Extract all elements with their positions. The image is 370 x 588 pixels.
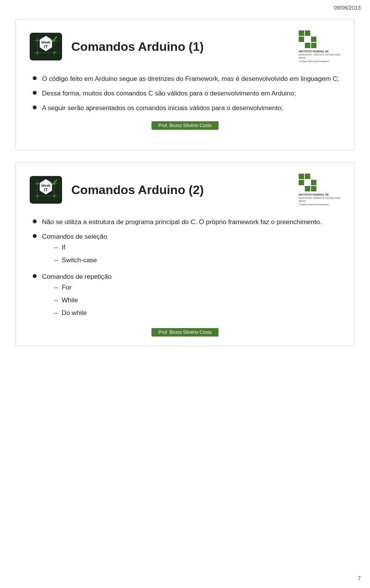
sub-bullet-for: – For <box>42 282 340 293</box>
sub-dash: – <box>54 242 58 253</box>
logo-grid-1 <box>299 30 316 48</box>
page-number: 7 <box>358 575 361 581</box>
slide-1-bullet-3: A seguir serão apresentados os comandos … <box>30 103 340 114</box>
slide-1: Week IT Comandos Arduino (1) <box>15 19 355 150</box>
logo-grid-2 <box>299 174 316 191</box>
svg-text:Week: Week <box>41 40 50 44</box>
week-it-logo-2: Week IT <box>30 176 62 204</box>
slide-2-header: Week IT Comandos Arduino (2) <box>30 174 340 206</box>
bullet-dot <box>33 76 37 80</box>
bullet-text: O código feito em Arduino segue as diret… <box>42 74 340 84</box>
sub-dash: – <box>54 255 58 265</box>
slide-1-bullet-2: Dessa forma, muitos dos comandos C são v… <box>30 88 340 99</box>
sub-text-if: If <box>62 242 65 253</box>
slide-2-footer: Prof. Bruno Silvério Costa <box>30 328 340 337</box>
slide-1-bullet-1: O código feito em Arduino segue as diret… <box>30 74 340 84</box>
slide-2-bullet-2: Comandos de seleção – If – Switch-case <box>30 231 340 268</box>
bullet-text: A seguir serão apresentados os comandos … <box>42 103 340 114</box>
svg-point-19 <box>36 195 39 197</box>
bullet-text: Não se utiliza a estrutura de programa p… <box>42 217 340 228</box>
slide-2-title: Comandos Arduino (2) <box>71 183 289 197</box>
sub-bullet-if: – If <box>42 242 340 253</box>
footer-badge-1: Prof. Bruno Silvério Costa <box>151 121 219 130</box>
bullet-text: Comandos de seleção <box>42 231 340 242</box>
svg-point-8 <box>53 52 56 54</box>
sub-dash: – <box>54 295 58 305</box>
sub-dash: – <box>54 282 58 293</box>
institute-text-2: INSTITUTO FEDERAL DE EDUCAÇÃO, CIÊNCIA E… <box>299 193 340 206</box>
slide-2-bullet-1: Não se utiliza a estrutura de programa p… <box>30 217 340 228</box>
bullet-dot <box>33 106 37 109</box>
sub-bullet-while: – While <box>42 295 340 306</box>
slide-1-footer: Prof. Bruno Silvério Costa <box>30 121 340 130</box>
svg-point-5 <box>36 39 39 42</box>
footer-badge-2: Prof. Bruno Silvério Costa <box>151 328 219 337</box>
slide-2-bullet-3: Comandos de repetição – For – While – Do… <box>30 271 340 320</box>
slide-1-body: O código feito em Arduino segue as diret… <box>30 74 340 114</box>
week-it-logo-1: Week IT <box>30 33 62 60</box>
bullet-dot <box>33 234 37 238</box>
sub-text-for: For <box>62 282 72 293</box>
bullet-dot <box>33 91 37 95</box>
institute-logo-1: INSTITUTO FEDERAL DE EDUCAÇÃO, CIÊNCIA E… <box>299 30 340 63</box>
bullet-dot <box>33 274 37 278</box>
bullet-text: Comandos de repetição <box>42 271 340 282</box>
svg-point-7 <box>36 52 39 54</box>
svg-text:IT: IT <box>44 44 48 49</box>
slide-2-body: Não se utiliza a estrutura de programa p… <box>30 217 340 320</box>
slide-1-header: Week IT Comandos Arduino (1) <box>30 30 340 63</box>
sub-bullet-switch: – Switch-case <box>42 255 340 266</box>
sub-text-while: While <box>62 295 78 306</box>
bullet-text: Dessa forma, muitos dos comandos C são v… <box>42 88 340 99</box>
slide-2: Week IT Comandos Arduino (2) <box>15 162 355 346</box>
institute-logo-2: INSTITUTO FEDERAL DE EDUCAÇÃO, CIÊNCIA E… <box>299 174 340 206</box>
svg-text:Week: Week <box>41 184 50 188</box>
institute-text-1: INSTITUTO FEDERAL DE EDUCAÇÃO, CIÊNCIA E… <box>299 50 340 63</box>
svg-point-20 <box>53 195 56 197</box>
slide-1-title: Comandos Arduino (1) <box>71 40 289 54</box>
sub-bullet-dowhile: – Do while <box>42 308 340 319</box>
svg-text:IT: IT <box>44 188 48 192</box>
sub-text-dowhile: Do while <box>62 308 87 319</box>
bullet-dot <box>33 219 37 223</box>
sub-text-switch: Switch-case <box>62 255 97 266</box>
sub-dash: – <box>54 308 58 318</box>
page-date: 09/06/2013 <box>334 5 361 11</box>
svg-point-17 <box>36 183 39 185</box>
